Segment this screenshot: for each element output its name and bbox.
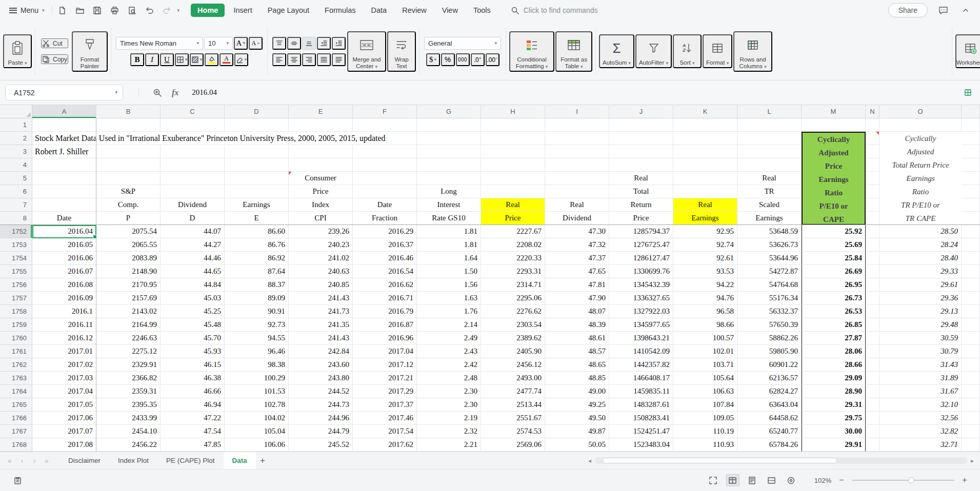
cell-E1767[interactable]: 244.79 [289, 425, 353, 438]
tab-view[interactable]: View [435, 4, 465, 17]
row-header-1754[interactable]: 1754 [0, 252, 32, 265]
cell-F1754[interactable]: 2016.46 [353, 252, 417, 265]
zoom-formula-icon[interactable] [150, 86, 165, 99]
cell-A6[interactable] [32, 185, 96, 198]
cell-G1768[interactable]: 2.21 [417, 438, 481, 452]
cell-K1763[interactable]: 105.64 [673, 372, 737, 385]
cell-N1763[interactable] [866, 372, 879, 385]
cell-J1761[interactable]: 1410542.09 [609, 345, 673, 358]
cell-I5[interactable] [545, 172, 609, 185]
cell-G1766[interactable]: 2.19 [417, 412, 481, 425]
cell-C1763[interactable]: 46.38 [161, 372, 225, 385]
cell-F1766[interactable]: 2017.46 [353, 412, 417, 425]
cell-B4[interactable] [96, 158, 161, 172]
cell-N1754[interactable] [866, 252, 879, 265]
cell-O1763[interactable]: 31.89 [879, 372, 962, 385]
add-sheet-button[interactable]: + [256, 456, 269, 466]
print-button[interactable] [108, 4, 122, 17]
column-header-K[interactable]: K [673, 105, 737, 118]
cell-M1757[interactable]: 26.73 [802, 292, 866, 305]
cell-J6[interactable]: Total [609, 185, 673, 198]
cell-K5[interactable] [673, 172, 737, 185]
zoom-in-button[interactable]: + [959, 476, 970, 485]
cell-H1756[interactable]: 2314.71 [481, 278, 545, 292]
cell-D1755[interactable]: 87.64 [225, 265, 289, 278]
cell-F1765[interactable]: 2017.37 [353, 398, 417, 412]
cell-N1759[interactable] [866, 318, 879, 332]
cell-N1762[interactable] [866, 358, 879, 372]
cell-F5[interactable] [353, 172, 417, 185]
cell-P1753[interactable] [962, 238, 980, 252]
cell-C1767[interactable]: 47.54 [161, 425, 225, 438]
cell-A1753[interactable]: 2016.05 [32, 238, 96, 252]
cell-D8[interactable]: E [225, 212, 289, 225]
cell-B1754[interactable]: 2083.89 [96, 252, 161, 265]
cell-C1757[interactable]: 45.03 [161, 292, 225, 305]
cell-L1754[interactable]: 53644.96 [737, 252, 802, 265]
sheet-options-icon[interactable] [961, 86, 975, 99]
cell-D6[interactable] [225, 185, 289, 198]
cell-E8[interactable]: CPI [289, 212, 353, 225]
cell-K4[interactable] [673, 158, 737, 172]
cell-H1759[interactable]: 2303.54 [481, 318, 545, 332]
cell-C1755[interactable]: 44.65 [161, 265, 225, 278]
zoom-level[interactable]: 102% [814, 477, 831, 484]
cell-I1755[interactable]: 47.65 [545, 265, 609, 278]
cell-C2[interactable] [161, 132, 225, 145]
cell-D1758[interactable]: 90.91 [225, 305, 289, 318]
column-header-H[interactable]: H [481, 105, 545, 118]
column-header-M[interactable]: M [802, 105, 866, 118]
cell-M2[interactable] [802, 132, 866, 145]
cell-G1767[interactable]: 2.32 [417, 425, 481, 438]
row-header-1762[interactable]: 1762 [0, 358, 32, 372]
page-layout-view-button[interactable] [746, 474, 759, 486]
cell-A5[interactable] [32, 172, 96, 185]
font-name-select[interactable]: Times New Roman▾ [116, 37, 203, 50]
cell-E5[interactable]: Consumer [289, 172, 353, 185]
redo-button[interactable] [160, 4, 174, 17]
cell-G1755[interactable]: 1.50 [417, 265, 481, 278]
row-header-1766[interactable]: 1766 [0, 412, 32, 425]
cell-B5[interactable] [96, 172, 161, 185]
cell-D7[interactable]: Earnings [225, 198, 289, 212]
cell-I3[interactable] [545, 145, 609, 158]
percent-format-button[interactable]: % [441, 53, 455, 66]
cell-F1758[interactable]: 2016.79 [353, 305, 417, 318]
cell-G1754[interactable]: 1.64 [417, 252, 481, 265]
format-painter-button[interactable]: Format Painter [72, 31, 108, 72]
cell-shading-button[interactable]: ▾ [190, 53, 204, 66]
cell-O8[interactable] [879, 212, 962, 225]
cell-P1752[interactable] [962, 225, 980, 238]
normal-view-button[interactable] [726, 474, 739, 486]
cell-N1755[interactable] [866, 265, 879, 278]
cell-C3[interactable] [161, 145, 225, 158]
first-sheet-icon[interactable]: « [4, 457, 15, 465]
cell-A1758[interactable]: 2016.1 [32, 305, 96, 318]
cell-J1758[interactable]: 1327922.03 [609, 305, 673, 318]
column-header-L[interactable]: L [737, 105, 802, 118]
cell-B1762[interactable]: 2329.91 [96, 358, 161, 372]
font-size-select[interactable]: 10▾ [204, 37, 233, 50]
cell-L1756[interactable]: 54764.68 [737, 278, 802, 292]
cell-E1755[interactable]: 240.63 [289, 265, 353, 278]
cell-O1765[interactable]: 32.10 [879, 398, 962, 412]
cell-M1758[interactable]: 26.53 [802, 305, 866, 318]
cell-L8[interactable]: Earnings [737, 212, 802, 225]
cell-H1753[interactable]: 2208.02 [481, 238, 545, 252]
horizontal-scrollbar[interactable]: ◂ ▸ [586, 457, 976, 464]
cell-B1763[interactable]: 2366.82 [96, 372, 161, 385]
collapse-ribbon-icon[interactable] [958, 4, 973, 17]
cell-A1764[interactable]: 2017.04 [32, 385, 96, 398]
row-header-1761[interactable]: 1761 [0, 345, 32, 358]
cell-N1768[interactable] [866, 438, 879, 452]
cell-K1757[interactable]: 94.76 [673, 292, 737, 305]
cell-J1764[interactable]: 1459835.11 [609, 385, 673, 398]
cell-G1753[interactable]: 1.81 [417, 238, 481, 252]
cell-N6[interactable] [866, 185, 879, 198]
cell-D2[interactable] [225, 132, 289, 145]
cell-K1765[interactable]: 107.84 [673, 398, 737, 412]
column-header-J[interactable]: J [609, 105, 673, 118]
fit-to-screen-icon[interactable] [707, 474, 720, 486]
cell-I1760[interactable]: 48.61 [545, 332, 609, 345]
cell-O1[interactable] [879, 118, 962, 132]
